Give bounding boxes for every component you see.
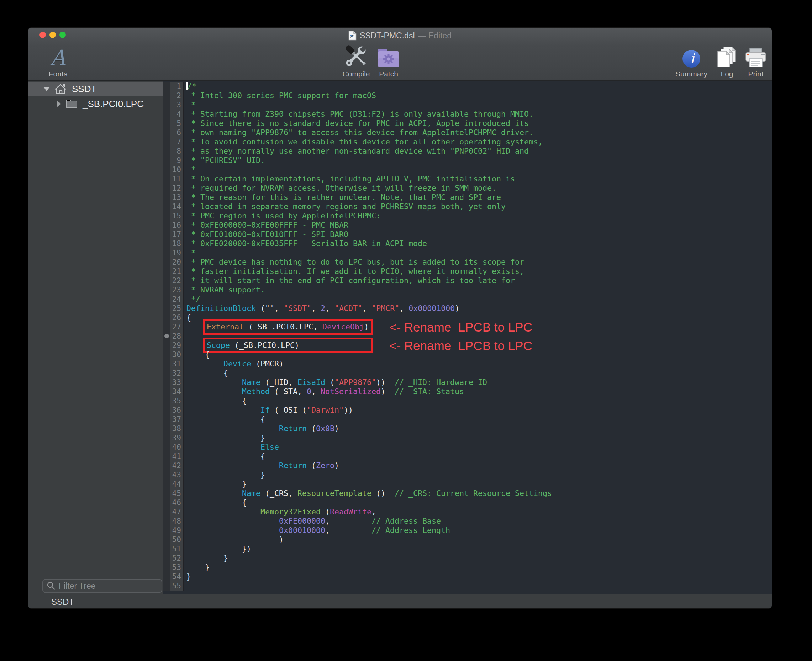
breakpoint-gutter[interactable] [163,554,170,563]
breakpoint-gutter[interactable] [163,452,170,461]
breakpoint-gutter[interactable] [163,285,170,295]
code-line[interactable]: 21 * faster initialisation. If we add it… [163,267,772,276]
code-line[interactable]: 40 Else [163,442,772,452]
code-line[interactable]: 42 Return (Zero) [163,461,772,470]
code-line[interactable]: 15 * PMC region is used by AppleIntelPCH… [163,211,772,220]
code-line[interactable]: 32 { [163,369,772,378]
compile-button[interactable]: Compile [342,46,371,78]
breakpoint-gutter[interactable] [163,174,170,184]
log-button[interactable]: Log [716,46,738,78]
breakpoint-gutter[interactable] [163,479,170,489]
breakpoint-gutter[interactable] [163,165,170,174]
code-line[interactable]: 46 { [163,498,772,507]
breakpoint-gutter[interactable] [163,489,170,498]
breakpoint-gutter[interactable] [163,442,170,452]
patch-button[interactable]: Patch [377,46,400,78]
code-line[interactable]: 31 Device (PMCR) [163,359,772,369]
code-line[interactable]: 2 * Intel 300-series PMC support for mac… [163,91,772,100]
breakpoint-gutter[interactable] [163,461,170,470]
breakpoint-gutter[interactable] [163,267,170,276]
breakpoint-gutter[interactable] [163,110,170,119]
code-line[interactable]: 37 { [163,415,772,424]
breakpoint-gutter[interactable] [163,350,170,359]
tree-item-sb-pci0-lpc[interactable]: _SB.PCI0.LPC [28,97,163,111]
code-line[interactable]: 38 Return (0x0B) [163,424,772,433]
code-line[interactable]: 13 * The reason for this is rather uncle… [163,193,772,202]
breakpoint-gutter[interactable] [163,498,170,507]
breakpoint-gutter[interactable] [163,304,170,313]
code-line[interactable]: 48 0xFE000000, // Address Base [163,517,772,526]
code-line[interactable]: 16 * 0xFE000000~0xFE00FFFF - PMC MBAR [163,220,772,230]
breakpoint-gutter[interactable] [163,406,170,415]
breakpoint-gutter[interactable] [163,82,170,91]
code-line[interactable]: 24 */ [163,295,772,304]
breakpoint-gutter[interactable] [163,526,170,535]
breakpoint-gutter[interactable] [163,415,170,424]
code-line[interactable]: 11 * On certain implementations, includi… [163,174,772,184]
code-line[interactable]: 1/* [163,82,772,91]
breakpoint-gutter[interactable] [163,100,170,110]
code-line[interactable]: 6 * own naming "APP9876" to access this … [163,128,772,137]
code-line[interactable]: 18 * 0xFE020000~0xFE035FFF - SerialIo BA… [163,239,772,248]
code-line[interactable]: 49 0x00010000, // Address Length [163,526,772,535]
code-line[interactable]: 25DefinitionBlock ("", "SSDT", 2, "ACDT"… [163,304,772,313]
breakpoint-gutter[interactable] [163,572,170,581]
breakpoint-gutter[interactable] [163,276,170,285]
breakpoint-gutter[interactable] [163,193,170,202]
breakpoint-gutter[interactable] [163,137,170,147]
filter-tree-input[interactable]: Filter Tree [42,579,162,593]
breakpoint-gutter[interactable] [163,248,170,257]
code-line[interactable]: 35 { [163,396,772,406]
breakpoint-gutter[interactable] [163,341,170,350]
breakpoint-gutter[interactable] [163,323,170,332]
breakpoint-gutter[interactable] [163,563,170,572]
code-editor[interactable]: 1/*2 * Intel 300-series PMC support for … [163,81,772,594]
breakpoint-gutter[interactable] [163,91,170,100]
breakpoint-gutter[interactable] [163,239,170,248]
tree-item-ssdt[interactable]: SSDT [28,82,163,96]
breakpoint-gutter[interactable] [163,220,170,230]
breakpoint-gutter[interactable] [163,295,170,304]
code-line[interactable]: 14 * located in separate memory regions … [163,202,772,211]
code-line[interactable]: 44 } [163,479,772,489]
code-line[interactable]: 33 Name (_HID, EisaId ("APP9876")) // _H… [163,378,772,387]
summary-button[interactable]: i Summary [675,46,707,78]
code-line[interactable]: 54} [163,572,772,581]
disclosure-expanded-icon[interactable] [43,87,50,91]
code-line[interactable]: 3 * [163,100,772,110]
code-line[interactable]: 50 ) [163,535,772,544]
breakpoint-gutter[interactable] [163,535,170,544]
code-line[interactable]: 55 [163,581,772,591]
code-line[interactable]: 20 * PMC device has nothing to do to LPC… [163,257,772,267]
code-line[interactable]: 19 * [163,248,772,257]
breakpoint-gutter[interactable] [163,230,170,239]
code-line[interactable]: 8 * as they normally use another non-sta… [163,147,772,156]
breakpoint-gutter[interactable] [163,119,170,128]
code-line[interactable]: 22 * it will start in the end of PCI con… [163,276,772,285]
breakpoint-gutter[interactable] [163,581,170,591]
disclosure-collapsed-icon[interactable] [57,101,61,107]
breakpoint-gutter[interactable] [163,257,170,267]
breakpoint-gutter[interactable] [163,544,170,554]
code-line[interactable]: 39 } [163,433,772,442]
code-line[interactable]: 10 * [163,165,772,174]
breakpoint-gutter[interactable] [163,128,170,137]
code-line[interactable]: 12 * required for NVRAM access. Otherwis… [163,184,772,193]
breakpoint-gutter[interactable] [163,332,170,341]
breakpoint-gutter[interactable] [163,433,170,442]
code-line[interactable]: 43 } [163,470,772,479]
breakpoint-gutter[interactable] [163,211,170,220]
breakpoint-gutter[interactable] [163,313,170,323]
code-line[interactable]: 36 If (_OSI ("Darwin")) [163,406,772,415]
breakpoint-gutter[interactable] [163,369,170,378]
code-line[interactable]: 5 * Since there is no standard device fo… [163,119,772,128]
breakpoint-gutter[interactable] [163,156,170,165]
code-line[interactable]: 51 }) [163,544,772,554]
code-line[interactable]: 53 } [163,563,772,572]
code-line[interactable]: 4 * Starting from Z390 chipsets PMC (D31… [163,110,772,119]
breakpoint-gutter[interactable] [163,147,170,156]
code-line[interactable]: 52 } [163,554,772,563]
code-line[interactable]: 9 * "PCHRESV" UID. [163,156,772,165]
print-button[interactable]: Print [745,46,767,78]
code-line[interactable]: 41 { [163,452,772,461]
